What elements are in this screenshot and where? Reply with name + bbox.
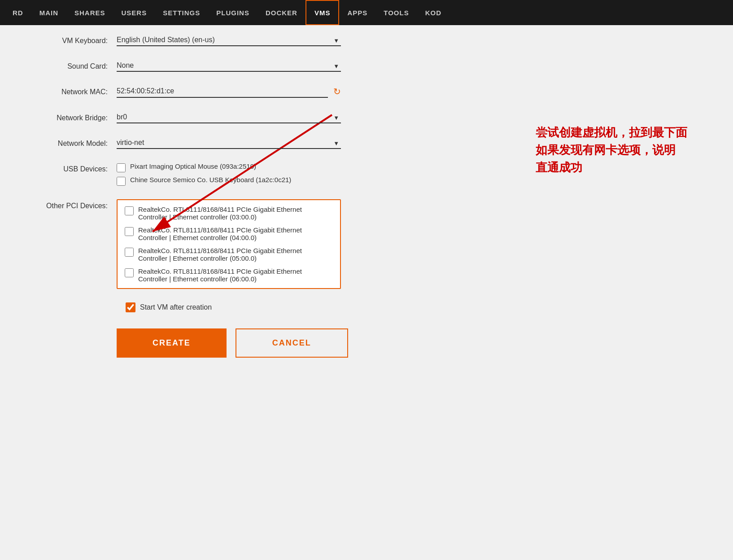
sound-card-label: Sound Card:	[27, 60, 117, 70]
other-pci-control: RealtekCo. RTL8111/8168/8411 PCIe Gigabi…	[117, 199, 341, 289]
keyboard-row: VM Keyboard: English (United States) (en…	[27, 34, 706, 46]
keyboard-control: English (United States) (en-us) ▼	[117, 34, 341, 46]
pci-device-4-item[interactable]: RealtekCo. RTL8111/8168/8411 PCIe Gigabi…	[125, 267, 333, 283]
network-model-select-wrapper: virtio-net ▼	[117, 137, 341, 149]
network-model-label: Network Model:	[27, 137, 117, 148]
start-vm-checkbox[interactable]	[126, 302, 135, 312]
pci-device-1-checkbox[interactable]	[125, 206, 134, 215]
nav-bar: RD MAIN SHARES USERS SETTINGS PLUGINS DO…	[0, 0, 733, 25]
nav-item-plugins[interactable]: PLUGINS	[208, 0, 257, 25]
network-bridge-select-wrapper: br0 ▼	[117, 111, 341, 123]
network-bridge-select[interactable]: br0	[117, 111, 341, 123]
nav-item-tools[interactable]: TOOLS	[375, 0, 417, 25]
network-bridge-row: Network Bridge: br0 ▼	[27, 111, 706, 123]
network-model-control: virtio-net ▼	[117, 137, 341, 149]
network-model-select[interactable]: virtio-net	[117, 137, 341, 149]
main-content: 尝试创建虚拟机，拉到最下面 如果发现有网卡选项，说明 直通成功 VM Keybo…	[0, 25, 733, 560]
network-mac-row: Network MAC: ↻	[27, 85, 706, 98]
usb-device-1-checkbox[interactable]	[117, 163, 126, 172]
pci-device-3-label: RealtekCo. RTL8111/8168/8411 PCIe Gigabi…	[138, 247, 333, 262]
sound-card-select-wrapper: None ▼	[117, 60, 341, 72]
pci-device-1-label: RealtekCo. RTL8111/8168/8411 PCIe Gigabi…	[138, 206, 333, 221]
pci-device-2-label: RealtekCo. RTL8111/8168/8411 PCIe Gigabi…	[138, 226, 333, 241]
nav-item-docker[interactable]: DOCKER	[257, 0, 305, 25]
sound-card-control: None ▼	[117, 60, 341, 72]
usb-devices-list: Pixart Imaging Optical Mouse (093a:2510)…	[117, 162, 341, 186]
pci-device-2-checkbox[interactable]	[125, 227, 134, 236]
usb-device-2-item[interactable]: Chine Source Semico Co. USB Keyboard (1a…	[117, 176, 341, 186]
cancel-button[interactable]: CANCEL	[236, 328, 348, 358]
annotation-overlay: 尝试创建虚拟机，拉到最下面 如果发现有网卡选项，说明 直通成功	[536, 124, 706, 176]
other-pci-label: Other PCI Devices:	[27, 199, 117, 210]
sound-card-select[interactable]: None	[117, 60, 341, 72]
network-mac-control: ↻	[117, 85, 341, 98]
nav-item-shares[interactable]: SHARES	[66, 0, 113, 25]
start-vm-label: Start VM after creation	[140, 303, 212, 311]
buttons-row: CREATE CANCEL	[27, 328, 706, 358]
nav-item-settings[interactable]: SETTINGS	[155, 0, 208, 25]
pci-device-2-item[interactable]: RealtekCo. RTL8111/8168/8411 PCIe Gigabi…	[125, 226, 333, 241]
pci-devices-box: RealtekCo. RTL8111/8168/8411 PCIe Gigabi…	[117, 199, 341, 289]
network-bridge-control: br0 ▼	[117, 111, 341, 123]
mac-wrapper: ↻	[117, 85, 341, 98]
nav-item-apps[interactable]: APPS	[339, 0, 375, 25]
nav-item-users[interactable]: USERS	[113, 0, 155, 25]
network-mac-input[interactable]	[117, 85, 328, 98]
create-button[interactable]: CREATE	[117, 328, 227, 358]
network-mac-label: Network MAC:	[27, 85, 117, 96]
pci-device-1-item[interactable]: RealtekCo. RTL8111/8168/8411 PCIe Gigabi…	[125, 206, 333, 221]
pci-device-3-item[interactable]: RealtekCo. RTL8111/8168/8411 PCIe Gigabi…	[125, 247, 333, 262]
nav-item-main[interactable]: MAIN	[31, 0, 66, 25]
annotation-text: 尝试创建虚拟机，拉到最下面 如果发现有网卡选项，说明 直通成功	[536, 124, 706, 176]
keyboard-label: VM Keyboard:	[27, 34, 117, 45]
nav-item-rd[interactable]: RD	[4, 0, 31, 25]
usb-device-1-label: Pixart Imaging Optical Mouse (093a:2510)	[130, 162, 256, 170]
usb-devices-control: Pixart Imaging Optical Mouse (093a:2510)…	[117, 162, 341, 186]
other-pci-row: Other PCI Devices: RealtekCo. RTL8111/81…	[27, 199, 706, 289]
keyboard-select-wrapper: English (United States) (en-us) ▼	[117, 34, 341, 46]
refresh-mac-icon[interactable]: ↻	[333, 86, 341, 97]
sound-card-row: Sound Card: None ▼	[27, 60, 706, 72]
nav-item-vms[interactable]: VMS	[305, 0, 340, 25]
nav-item-kod[interactable]: KOD	[417, 0, 449, 25]
network-bridge-label: Network Bridge:	[27, 111, 117, 122]
keyboard-select[interactable]: English (United States) (en-us)	[117, 34, 341, 46]
usb-device-2-checkbox[interactable]	[117, 177, 126, 186]
usb-devices-label: USB Devices:	[27, 162, 117, 173]
pci-device-3-checkbox[interactable]	[125, 248, 134, 257]
pci-device-4-checkbox[interactable]	[125, 268, 134, 277]
start-vm-row: Start VM after creation	[27, 302, 706, 312]
pci-device-4-label: RealtekCo. RTL8111/8168/8411 PCIe Gigabi…	[138, 267, 333, 283]
usb-device-2-label: Chine Source Semico Co. USB Keyboard (1a…	[130, 176, 291, 184]
usb-device-1-item[interactable]: Pixart Imaging Optical Mouse (093a:2510)	[117, 162, 341, 172]
